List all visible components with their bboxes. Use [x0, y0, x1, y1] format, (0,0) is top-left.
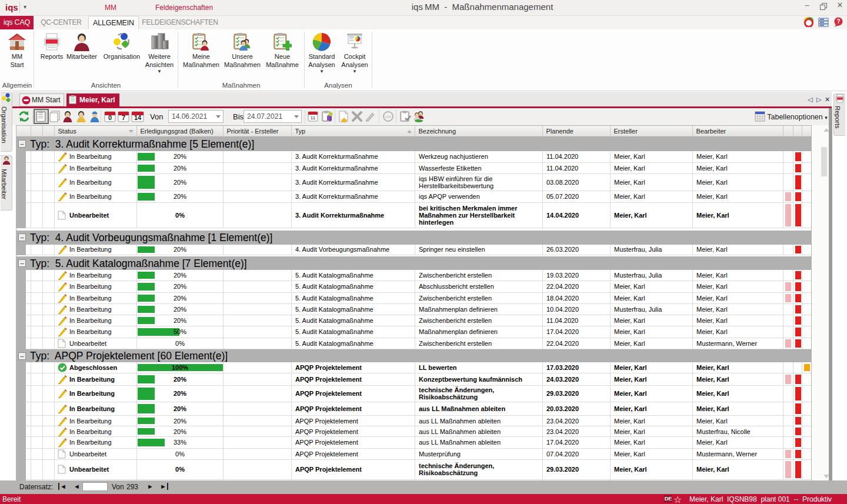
- svg-text:0: 0: [108, 114, 112, 121]
- svg-text:ATP: ATP: [385, 115, 391, 119]
- svg-text:7: 7: [122, 114, 125, 121]
- svg-text:?: ?: [836, 18, 840, 25]
- svg-text:14: 14: [134, 114, 142, 121]
- svg-text:11: 11: [311, 115, 316, 121]
